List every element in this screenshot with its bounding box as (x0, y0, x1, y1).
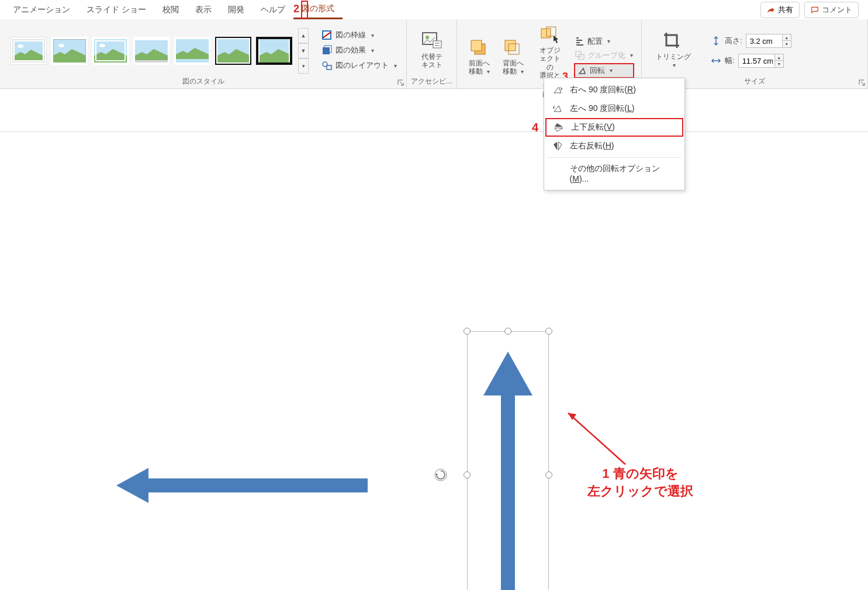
gallery-down[interactable]: ▼ (298, 43, 309, 58)
dialog-launcher-icon[interactable] (859, 79, 865, 86)
send-backward-button[interactable]: 背面へ 移動 ▾ (497, 34, 530, 76)
flip-horizontal[interactable]: 左右反転(H) (544, 137, 684, 155)
align-icon (575, 37, 585, 46)
picture-effects-button[interactable]: 図の効果▾ (321, 45, 397, 55)
svg-rect-24 (505, 40, 516, 51)
comment-button[interactable]: コメント (804, 2, 859, 18)
height-label: 高さ: (725, 36, 742, 46)
selected-shape-bbox[interactable] (467, 331, 549, 590)
group-objects-button: グループ化▾ (575, 50, 633, 61)
style-thumb-1[interactable] (11, 37, 47, 65)
rotate-left-icon (552, 103, 563, 114)
svg-point-20 (426, 36, 429, 39)
svg-line-31 (568, 413, 625, 464)
menu-separator (548, 157, 681, 158)
resize-handle-tr[interactable] (545, 328, 552, 335)
chevron-down-icon: ▾ (394, 63, 397, 69)
picture-layout-button[interactable]: 図のレイアウト▾ (321, 60, 397, 71)
resize-handle-tm[interactable] (504, 328, 511, 335)
height-icon (711, 36, 721, 46)
annotation-arrow-icon (561, 406, 631, 470)
style-thumb-6[interactable] (215, 37, 251, 65)
svg-point-2 (18, 44, 23, 48)
ribbon-tabs: アニメーション スライド ショー 校閲 表示 開発 ヘルプ 図の形式 共有 コメ… (0, 0, 868, 19)
tab-view[interactable]: 表示 (187, 1, 220, 19)
bring-forward-icon (469, 38, 490, 57)
svg-rect-18 (327, 65, 331, 70)
width-spin-up[interactable]: ▲ (774, 54, 783, 61)
callout-2: 2 (293, 3, 299, 15)
alt-text-button[interactable]: 代替テ キスト (416, 28, 448, 70)
svg-rect-21 (433, 41, 441, 48)
crop-button[interactable]: トリミング▾ (650, 28, 697, 70)
alt-text-icon (421, 32, 442, 50)
style-thumb-4[interactable] (133, 37, 170, 65)
height-spin-down[interactable]: ▼ (782, 41, 791, 47)
gallery-more[interactable]: ▾ (298, 58, 309, 74)
tab-slideshow[interactable]: スライド ショー (78, 1, 154, 19)
width-icon (711, 55, 721, 66)
group-icon (575, 51, 585, 60)
svg-rect-26 (541, 29, 551, 38)
align-button[interactable]: 配置▾ (575, 36, 633, 47)
group-label-accessibility: アクセシビ… (407, 75, 457, 88)
slide-edge (0, 131, 868, 132)
share-label: 共有 (778, 5, 793, 15)
style-gallery: ▲ ▼ ▾ (4, 23, 312, 74)
svg-rect-15 (323, 47, 330, 54)
tab-help[interactable]: ヘルプ (253, 1, 293, 19)
tab-animation[interactable]: アニメーション (5, 1, 78, 19)
selection-pane-icon (540, 25, 561, 44)
comment-label: コメント (822, 5, 852, 15)
svg-point-6 (99, 44, 105, 47)
rotate-icon (577, 66, 587, 75)
flip-horizontal-icon (552, 141, 563, 151)
style-thumb-2[interactable] (51, 37, 88, 65)
flip-vertical-icon (554, 122, 564, 133)
group-picture-styles: ▲ ▼ ▾ 図の枠線▾ 図の効果▾ 図のレイアウト▾ (0, 19, 407, 88)
rotate-button[interactable]: 回転▾ (574, 63, 634, 78)
horizontal-blue-arrow[interactable] (116, 468, 368, 503)
resize-handle-tl[interactable] (464, 328, 471, 335)
callout-4: 4 (532, 121, 538, 134)
crop-icon (663, 32, 684, 50)
ribbon: ▲ ▼ ▾ 図の枠線▾ 図の効果▾ 図のレイアウト▾ (0, 19, 868, 89)
style-thumb-7[interactable] (256, 37, 292, 65)
rotate-menu: 右へ 90 度回転(R) 左へ 90 度回転(L) 上下反転(V) 左右反転(H… (544, 78, 685, 190)
callout-2-box (301, 1, 308, 19)
tab-developer[interactable]: 開発 (220, 1, 253, 19)
resize-handle-mr[interactable] (545, 471, 552, 478)
svg-point-4 (58, 44, 64, 47)
more-rotation-options[interactable]: その他の回転オプション(M)... (544, 159, 684, 188)
rotate-right-icon (552, 85, 563, 95)
annotation-text: 1 青の矢印を左クリックで選択 (587, 465, 693, 499)
svg-rect-23 (471, 40, 482, 51)
resize-handle-ml[interactable] (464, 471, 471, 478)
rotate-right-90[interactable]: 右へ 90 度回転(R) (544, 81, 684, 99)
flip-vertical[interactable]: 上下反転(V) (545, 118, 683, 137)
height-spin-up[interactable]: ▲ (782, 34, 791, 41)
dialog-launcher-icon[interactable] (397, 79, 404, 86)
group-label-styles: 図のスタイル (0, 75, 406, 88)
gallery-up[interactable]: ▲ (298, 28, 309, 43)
svg-rect-9 (135, 60, 168, 63)
picture-border-button[interactable]: 図の枠線▾ (321, 30, 397, 40)
vertical-blue-arrow[interactable] (467, 331, 549, 590)
width-label: 幅: (725, 55, 735, 66)
bring-forward-button[interactable]: 前面へ 移動 ▾ (463, 34, 496, 76)
chevron-down-icon: ▾ (371, 47, 374, 54)
slide-canvas[interactable]: 1 青の矢印を左クリックで選択 (0, 114, 868, 590)
tab-review[interactable]: 校閲 (154, 1, 187, 19)
share-button[interactable]: 共有 (760, 2, 800, 18)
send-backward-icon (503, 38, 524, 57)
rotate-left-90[interactable]: 左へ 90 度回転(L) (544, 99, 684, 118)
rotation-handle[interactable] (434, 468, 447, 481)
width-spin-down[interactable]: ▼ (774, 61, 783, 67)
style-thumb-5[interactable] (174, 37, 210, 65)
style-thumb-3[interactable] (92, 37, 129, 65)
chevron-down-icon: ▾ (371, 32, 374, 39)
group-accessibility: 代替テ キスト アクセシビ… (407, 19, 457, 88)
